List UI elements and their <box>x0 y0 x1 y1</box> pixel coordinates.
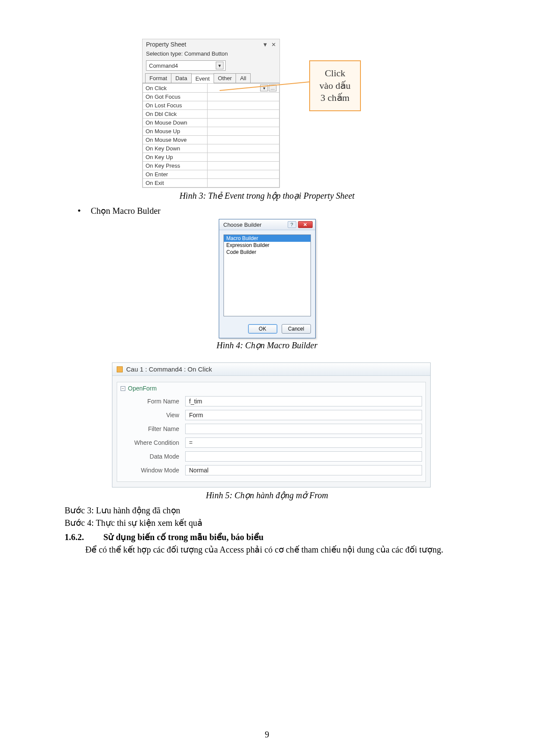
section-number: 1.6.2. <box>65 531 103 543</box>
macro-param-input[interactable]: = <box>185 437 422 448</box>
event-value-cell[interactable] <box>208 93 279 101</box>
list-item[interactable]: Code Builder <box>224 249 310 256</box>
list-item[interactable]: Expression Builder <box>224 242 310 249</box>
macro-action-block: − OpenForm Form Namef_timViewFormFilter … <box>117 382 426 482</box>
property-sheet-title: Property Sheet <box>146 41 186 48</box>
macro-param-value: f_tim <box>189 398 202 405</box>
ellipsis-button[interactable]: … <box>269 84 276 91</box>
event-row[interactable]: On Got Focus <box>143 93 279 101</box>
macro-editor-window: Cau 1 : Command4 : On Click − OpenForm F… <box>112 362 431 487</box>
close-icon[interactable]: ✕ <box>298 221 313 228</box>
event-row[interactable]: On Click▾… <box>143 84 279 93</box>
event-name: On Mouse Up <box>143 127 208 136</box>
event-value-cell[interactable] <box>208 162 279 170</box>
macro-param-label: View <box>121 412 185 419</box>
chevron-down-icon[interactable]: ▼ <box>262 41 268 48</box>
equals-icon: = <box>189 439 192 446</box>
collapse-icon[interactable]: − <box>121 386 125 391</box>
figure-4-caption: Hình 4: Chọn Macro Builder <box>65 340 469 350</box>
event-row[interactable]: On Lost Focus <box>143 101 279 110</box>
property-sheet-subtitle: Selection type: Command Button <box>143 50 279 59</box>
event-name: On Key Down <box>143 144 208 153</box>
macro-param-input[interactable]: Normal <box>185 465 422 475</box>
macro-param-value: Form <box>189 412 203 419</box>
tab-event[interactable]: Event <box>191 74 214 83</box>
chevron-down-icon[interactable]: ▼ <box>216 62 224 69</box>
event-name: On Lost Focus <box>143 101 208 110</box>
section-paragraph: Để có thể kết hợp các đối tượng của Acce… <box>65 544 469 556</box>
callout-text-line2: vào dấu <box>318 80 352 92</box>
tab-other[interactable]: Other <box>214 73 236 83</box>
event-row[interactable]: On Key Press <box>143 162 279 170</box>
figure-3-caption: Hình 3: Thẻ Event trong hộp thoại Proper… <box>65 191 469 201</box>
event-name: On Mouse Down <box>143 119 208 127</box>
cancel-button[interactable]: Cancel <box>282 324 311 334</box>
event-value-cell[interactable] <box>208 101 279 110</box>
chevron-down-icon[interactable]: ▾ <box>260 84 268 91</box>
event-value-cell[interactable] <box>208 119 279 127</box>
section-title: Sử dụng biến cố trong mẫu biểu, báo biểu <box>103 532 264 542</box>
callout-text-line3: 3 chấm <box>318 92 352 104</box>
step-4-text: Bước 4: Thực thi sự kiện xem kết quả <box>65 517 469 529</box>
object-selector-combo[interactable]: Command4 ▼ <box>146 60 226 71</box>
event-row[interactable]: On Mouse Down <box>143 119 279 127</box>
tab-all[interactable]: All <box>236 73 250 83</box>
step-3-text: Bước 3: Lưu hành động đã chọn <box>65 505 469 516</box>
object-selector-value: Command4 <box>149 62 178 69</box>
event-value-cell[interactable] <box>208 136 279 144</box>
event-value-cell[interactable] <box>208 110 279 119</box>
macro-param-input[interactable] <box>185 451 422 462</box>
macro-editor-titlebar: Cau 1 : Command4 : On Click <box>112 363 430 376</box>
event-row[interactable]: On Mouse Move <box>143 136 279 144</box>
event-row[interactable]: On Key Up <box>143 153 279 162</box>
macro-param-input[interactable] <box>185 424 422 434</box>
macro-tab-icon <box>117 366 123 372</box>
page-number: 9 <box>0 730 534 740</box>
callout-text-line1: Click <box>318 67 352 80</box>
event-row[interactable]: On Exit <box>143 179 279 187</box>
macro-param-label: Where Condition <box>121 439 185 446</box>
event-value-cell[interactable] <box>208 153 279 162</box>
event-value-cell[interactable] <box>208 179 279 187</box>
event-name: On Enter <box>143 170 208 179</box>
callout-click-ellipsis: Click vào dấu 3 chấm <box>309 60 361 111</box>
dialog-title: Choose Builder <box>224 222 262 228</box>
list-item[interactable]: Macro Builder <box>224 235 310 242</box>
macro-param-row: Data Mode <box>121 450 422 463</box>
tab-data[interactable]: Data <box>171 73 191 83</box>
event-name: On Dbl Click <box>143 110 208 119</box>
event-name: On Key Up <box>143 153 208 162</box>
event-row[interactable]: On Dbl Click <box>143 110 279 119</box>
event-value-cell[interactable] <box>208 170 279 179</box>
choose-builder-dialog: Choose Builder ? ✕ Macro BuilderExpressi… <box>219 219 316 338</box>
bullet-choose-macro: Chọn Macro Bulder <box>78 205 469 216</box>
macro-param-label: Form Name <box>121 398 185 405</box>
macro-action-name: OpenForm <box>128 385 157 392</box>
cancel-button-label: Cancel <box>288 326 304 332</box>
event-value-cell[interactable] <box>208 127 279 136</box>
macro-tab-title: Cau 1 : Command4 : On Click <box>126 366 212 373</box>
tab-format[interactable]: Format <box>145 73 171 83</box>
event-name: On Mouse Move <box>143 136 208 144</box>
macro-param-input[interactable]: Form <box>185 410 422 420</box>
section-heading: 1.6.2.Sử dụng biến cố trong mẫu biểu, bá… <box>65 531 469 543</box>
close-icon[interactable]: ✕ <box>271 41 276 48</box>
help-icon[interactable]: ? <box>288 221 296 228</box>
builder-listbox[interactable]: Macro BuilderExpression BuilderCode Buil… <box>224 234 311 316</box>
event-value-cell[interactable]: ▾… <box>208 84 279 93</box>
property-sheet-panel: Property Sheet ▼ ✕ Selection type: Comma… <box>142 39 280 188</box>
macro-param-row: Where Condition= <box>121 436 422 450</box>
event-name: On Click <box>143 84 208 93</box>
macro-param-row: Window ModeNormal <box>121 463 422 477</box>
property-sheet-titlebar: Property Sheet ▼ ✕ <box>143 39 279 50</box>
macro-param-label: Filter Name <box>121 425 185 432</box>
macro-param-input[interactable]: f_tim <box>185 396 422 406</box>
event-row[interactable]: On Mouse Up <box>143 127 279 136</box>
event-row[interactable]: On Key Down <box>143 144 279 153</box>
event-value-cell[interactable] <box>208 144 279 153</box>
macro-param-row: Filter Name <box>121 422 422 436</box>
event-row[interactable]: On Enter <box>143 170 279 179</box>
macro-param-value: Normal <box>189 467 208 474</box>
ok-button[interactable]: OK <box>248 324 277 334</box>
bullet-text: Chọn Macro Bulder <box>91 206 161 216</box>
